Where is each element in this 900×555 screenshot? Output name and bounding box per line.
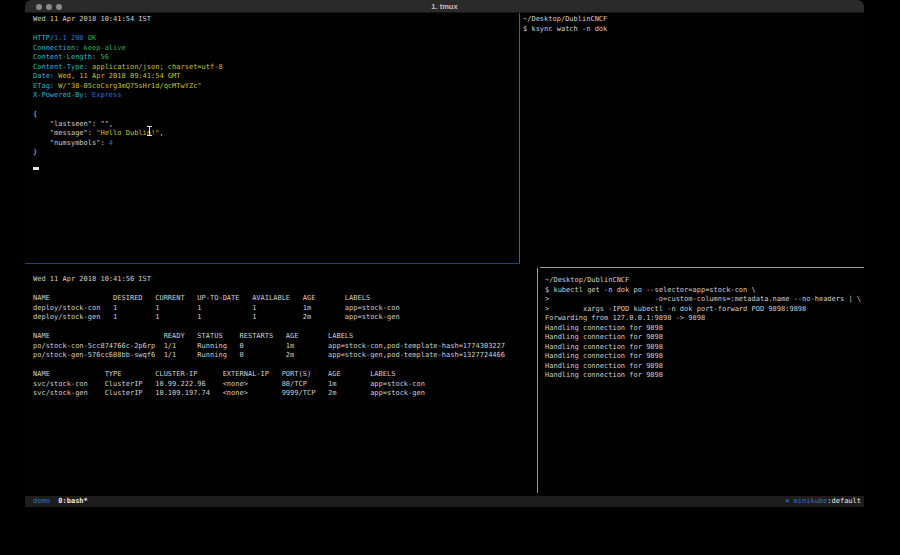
terminal-line: Content-Type: application/json; charset=… (33, 63, 519, 73)
title-bar: 1. tmux (25, 0, 864, 13)
pane-http-response[interactable]: Wed 11 Apr 2018 10:41:54 IST HTTP/1.1 20… (25, 13, 519, 263)
terminal-line (33, 101, 519, 111)
terminal-line: Handling connection for 9898 (545, 333, 864, 343)
terminal-line: Forwarding from 127.0.0.1:9898 -> 9898 (545, 314, 864, 324)
terminal-line: deploy/stock-gen 1 1 1 1 2m app=stock-ge… (33, 313, 537, 323)
terminal-line: Wed 11 Apr 2018 10:41:54 IST (33, 15, 519, 25)
terminal-line: Handling connection for 9898 (545, 371, 864, 381)
terminal-line: NAME READY STATUS RESTARTS AGE LABELS (33, 332, 537, 342)
window-tab-bash[interactable]: 0:bash* (58, 497, 88, 505)
terminal-line: $ ksync watch -n dok (523, 25, 864, 35)
terminal-line: svc/stock-con ClusterIP 10.99.222.96 <no… (33, 380, 537, 390)
pane-ksync-watch[interactable]: ~/Desktop/DublinCNCF$ ksync watch -n dok (520, 13, 864, 263)
pane-port-forward[interactable]: ~/Desktop/DublinCNCF$ kubectl get -n dok… (538, 268, 864, 493)
pane-border-vertical-top-active (519, 13, 520, 263)
terminal-line: ~/Desktop/DublinCNCF (523, 15, 864, 25)
pane-kubectl-tables[interactable]: Wed 11 Apr 2018 10:41:56 IST NAME DESIRE… (25, 268, 537, 493)
terminal-line: ETag: W/"38-05coCsrg3mQ75sHr1d/qcMTwYZc" (33, 82, 519, 92)
status-left: demo 0:bash* (33, 496, 88, 507)
session-name: demo (33, 497, 50, 505)
terminal-window: 1. tmux Wed 11 Apr 2018 10:41:54 IST HTT… (25, 0, 864, 513)
kube-namespace: :default (827, 497, 861, 505)
terminal-line: Handling connection for 9898 (545, 362, 864, 372)
terminal-line: Handling connection for 9898 (545, 324, 864, 334)
terminal-line: Connection: keep-alive (33, 44, 519, 54)
terminal-line: NAME TYPE CLUSTER-IP EXTERNAL-IP PORT(S)… (33, 370, 537, 380)
terminal-line: NAME DESIRED CURRENT UP-TO-DATE AVAILABL… (33, 294, 537, 304)
terminal-line: Wed 11 Apr 2018 10:41:56 IST (33, 275, 537, 285)
terminal-line (33, 25, 519, 35)
terminal-line: } (33, 148, 519, 158)
terminal-line: X-Powered-By: Express (33, 91, 519, 101)
terminal-line: Date: Wed, 11 Apr 2018 09:41:54 GMT (33, 72, 519, 82)
terminal-line: { (33, 110, 519, 120)
terminal-line: po/stock-con-5cc874766c-2p6rp 1/1 Runnin… (33, 342, 537, 352)
terminal-line: > xargs -IPOD kubectl -n dok port-forwar… (545, 305, 864, 315)
terminal-line: Handling connection for 9898 (545, 343, 864, 353)
terminal-line: Handling connection for 9898 (545, 352, 864, 362)
terminal-line: ~/Desktop/DublinCNCF (545, 276, 864, 286)
terminal-line: "lastseen": "", (33, 120, 519, 130)
terminal-cursor (33, 167, 39, 170)
terminal-line: > -o=custom-columns=:metadata.name --no-… (545, 295, 864, 305)
terminal-line: Content-Length: 56 (33, 53, 519, 63)
terminal-line (33, 323, 537, 333)
pane-border-vertical-bottom (537, 268, 538, 493)
kube-context: minikube (789, 497, 827, 505)
mouse-ibeam-cursor (147, 126, 152, 136)
terminal-line (33, 361, 537, 371)
terminal-line: HTTP/1.1 200 OK (33, 34, 519, 44)
window-title: 1. tmux (25, 0, 864, 13)
pane-border-horizontal-right (540, 267, 864, 268)
terminal-line: deploy/stock-con 1 1 1 1 1m app=stock-co… (33, 304, 537, 314)
terminal-line: svc/stock-gen ClusterIP 10.109.197.74 <n… (33, 389, 537, 399)
status-right: ⎈ minikube:default (785, 496, 861, 507)
terminal-line: po/stock-gen-576cc688bb-swqf6 1/1 Runnin… (33, 351, 537, 361)
pane-border-horizontal-left-active (25, 263, 520, 264)
tmux-status-bar: demo 0:bash* ⎈ minikube:default (25, 496, 864, 507)
terminal-line: "message": "Hello Dublin!", (33, 129, 519, 139)
terminal-line: "numsymbols": 4 (33, 139, 519, 149)
terminal-line: $ kubectl get -n dok po --selector=app=s… (545, 286, 864, 296)
terminal-line (33, 285, 537, 295)
